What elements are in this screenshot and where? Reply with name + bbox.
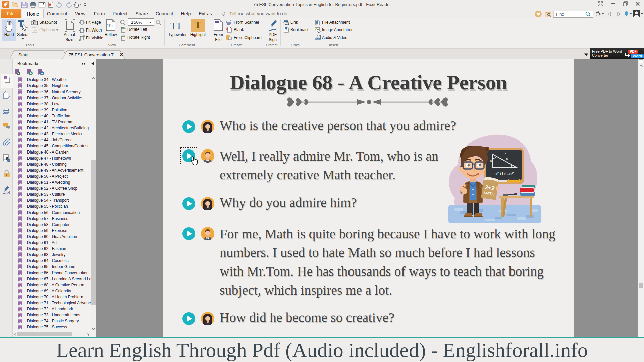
svg-text:Start: Start (18, 52, 28, 57)
svg-text:T: T (111, 24, 113, 28)
svg-text:b: b (506, 157, 508, 161)
svg-text:T: T (170, 20, 176, 31)
svg-text:75 ESL Conversation T...: 75 ESL Conversation T... (69, 52, 117, 57)
svg-text:a: a (490, 159, 492, 163)
svg-text:2+2: 2+2 (485, 184, 495, 192)
svg-text:a²+b²=c²: a²+b²=c² (495, 171, 514, 176)
svg-text:Find: Find (556, 12, 564, 17)
svg-text:c: c (505, 150, 506, 154)
svg-text:I: I (177, 20, 181, 31)
